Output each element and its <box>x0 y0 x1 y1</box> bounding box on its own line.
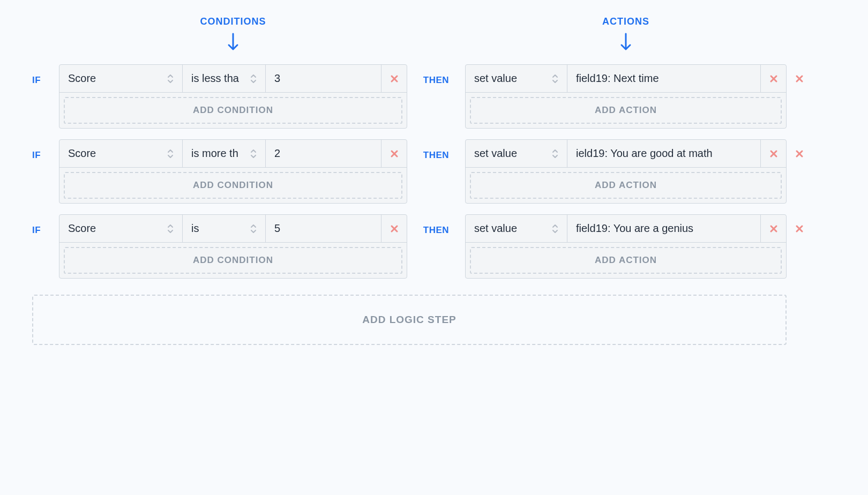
add-condition-button[interactable]: ADD CONDITION <box>64 97 402 124</box>
then-label: THEN <box>423 150 449 160</box>
condition-value-input[interactable]: 5 <box>266 215 381 242</box>
conditions-header: CONDITIONS <box>59 16 407 27</box>
select-caret-icon <box>250 223 257 234</box>
condition-value-input[interactable]: 3 <box>266 65 381 92</box>
close-icon <box>769 224 778 233</box>
actions-header: ACTIONS <box>465 16 787 27</box>
conditions-block: Score is less tha 3 <box>59 64 407 129</box>
action-type-select[interactable]: set value <box>466 140 567 167</box>
close-icon <box>795 74 804 83</box>
add-action-button[interactable]: ADD ACTION <box>470 97 782 124</box>
add-action-button[interactable]: ADD ACTION <box>470 247 782 274</box>
if-label: IF <box>32 75 41 85</box>
condition-value-input[interactable]: 2 <box>266 140 381 167</box>
then-label: THEN <box>423 225 449 235</box>
close-icon <box>390 74 399 83</box>
action-type-select[interactable]: set value <box>466 65 567 92</box>
action-target-input[interactable]: field19: Next time <box>567 65 760 92</box>
delete-condition-button[interactable] <box>381 215 407 242</box>
then-label: THEN <box>423 75 449 85</box>
condition-operator-value: is <box>191 222 250 235</box>
condition-field-value: Score <box>68 222 167 235</box>
close-icon <box>390 149 399 158</box>
add-condition-button[interactable]: ADD CONDITION <box>64 172 402 199</box>
condition-field-select[interactable]: Score <box>59 215 183 242</box>
condition-operator-value: is more th <box>191 147 250 160</box>
close-icon <box>390 224 399 233</box>
actions-block: set value field19: Next time ADD ACTION <box>465 64 787 129</box>
condition-operator-value: is less tha <box>191 72 250 85</box>
select-caret-icon <box>552 73 558 84</box>
actions-block: set value field19: You are a genius ADD … <box>465 214 787 279</box>
arrow-down-icon <box>620 33 632 54</box>
delete-condition-button[interactable] <box>381 65 407 92</box>
actions-block: set value ield19: You are good at math A… <box>465 139 787 204</box>
delete-action-button[interactable] <box>760 215 786 242</box>
if-label: IF <box>32 150 41 160</box>
action-type-select[interactable]: set value <box>466 215 567 242</box>
select-caret-icon <box>167 223 174 234</box>
arrow-down-icon <box>227 33 239 54</box>
close-icon <box>795 224 804 233</box>
action-target-input[interactable]: ield19: You are good at math <box>567 140 760 167</box>
select-caret-icon <box>167 148 174 159</box>
delete-rule-button[interactable] <box>787 64 812 83</box>
delete-action-button[interactable] <box>760 140 786 167</box>
action-type-value: set value <box>474 72 552 85</box>
logic-rule: IF Score is more th 2 <box>32 139 836 204</box>
condition-operator-select[interactable]: is more th <box>183 140 266 167</box>
condition-field-select[interactable]: Score <box>59 65 183 92</box>
add-logic-step-button[interactable]: ADD LOGIC STEP <box>32 295 787 345</box>
action-type-value: set value <box>474 222 552 235</box>
condition-field-value: Score <box>68 147 167 160</box>
add-condition-button[interactable]: ADD CONDITION <box>64 247 402 274</box>
logic-rule: IF Score is 5 <box>32 214 836 279</box>
close-icon <box>795 149 804 158</box>
condition-field-select[interactable]: Score <box>59 140 183 167</box>
delete-action-button[interactable] <box>760 65 786 92</box>
close-icon <box>769 74 778 83</box>
logic-rule: IF Score is less tha 3 <box>32 64 836 129</box>
select-caret-icon <box>552 148 558 159</box>
delete-rule-button[interactable] <box>787 139 812 158</box>
select-caret-icon <box>167 73 174 84</box>
condition-field-value: Score <box>68 72 167 85</box>
action-target-input[interactable]: field19: You are a genius <box>567 215 760 242</box>
select-caret-icon <box>552 223 558 234</box>
conditions-block: Score is 5 <box>59 214 407 279</box>
condition-operator-select[interactable]: is <box>183 215 266 242</box>
delete-condition-button[interactable] <box>381 140 407 167</box>
if-label: IF <box>32 225 41 235</box>
action-type-value: set value <box>474 147 552 160</box>
add-action-button[interactable]: ADD ACTION <box>470 172 782 199</box>
close-icon <box>769 149 778 158</box>
header-row: CONDITIONS ACTIONS <box>32 16 836 54</box>
select-caret-icon <box>250 148 257 159</box>
condition-operator-select[interactable]: is less tha <box>183 65 266 92</box>
delete-rule-button[interactable] <box>787 214 812 233</box>
conditions-block: Score is more th 2 <box>59 139 407 204</box>
select-caret-icon <box>250 73 257 84</box>
